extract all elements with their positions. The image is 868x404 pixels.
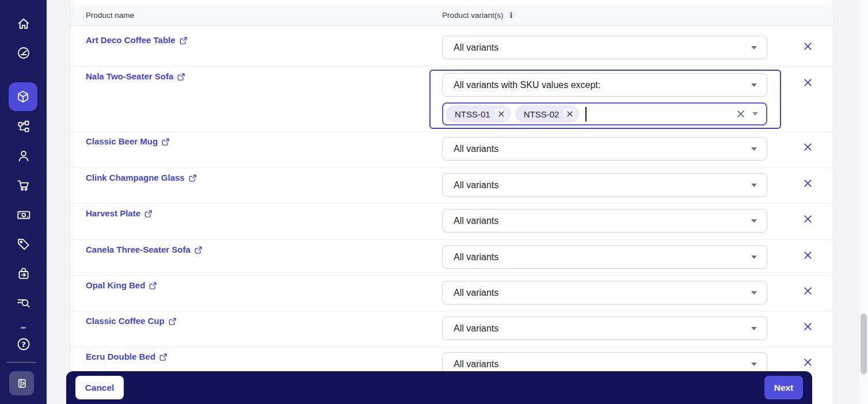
chevron-down-icon [752, 112, 758, 116]
variant-cell: All variants [442, 173, 767, 197]
vertical-scrollbar-track[interactable] [858, 0, 868, 404]
divider-dash [21, 327, 26, 329]
variant-select[interactable]: All variants [442, 173, 767, 197]
product-name: Clink Champagne Glass [86, 172, 185, 184]
hierarchy-icon [16, 119, 31, 134]
product-name: Ecru Double Bed [86, 351, 155, 363]
table-row: Art Deco Coffee Table All variants [71, 26, 833, 66]
info-icon[interactable]: i [510, 12, 513, 19]
product-variant-table-card: Product name Product variant(s) i Art De… [70, 0, 833, 404]
clear-x-icon [737, 110, 745, 118]
variant-select[interactable]: All variants [442, 209, 767, 233]
product-link[interactable]: Nala Two-Seater Sofa [86, 71, 185, 82]
products-cube-icon [16, 89, 31, 104]
sidebar-item-dashboard[interactable] [0, 45, 47, 60]
checkout-bag-arrow-icon [16, 266, 31, 281]
chevron-down-icon [751, 46, 757, 49]
remove-x-icon [804, 179, 812, 188]
variant-cell: All variants [442, 317, 767, 340]
discounts-tag-icon [16, 237, 31, 251]
cancel-button[interactable]: Cancel [75, 376, 124, 399]
external-link-icon [162, 138, 169, 146]
remove-row-button[interactable] [800, 39, 815, 54]
home-icon [16, 16, 31, 31]
remove-row-button[interactable] [800, 355, 815, 369]
sidebar-item-orders[interactable] [0, 178, 47, 193]
variant-select-value: All variants [454, 252, 498, 262]
remove-x-icon [804, 322, 812, 331]
remove-row-button[interactable] [800, 176, 815, 190]
external-link-icon [180, 37, 187, 44]
product-link[interactable]: Classic Beer Mug [86, 136, 169, 147]
product-name: Art Deco Coffee Table [86, 35, 176, 46]
dashboard-gauge-icon [16, 45, 31, 60]
variant-select-value: All variants [454, 359, 498, 369]
variant-select[interactable]: All variants [442, 137, 767, 161]
payments-banknote-icon [16, 207, 31, 222]
product-name: Classic Coffee Cup [86, 315, 165, 327]
sidebar-item-products[interactable] [9, 82, 37, 111]
help-question-icon: ? [16, 337, 31, 352]
remove-row-button[interactable] [800, 211, 815, 226]
next-button[interactable]: Next [764, 376, 803, 399]
variant-select[interactable]: All variants [442, 281, 767, 304]
clear-all-button[interactable] [737, 110, 745, 118]
sidebar-item-search-log[interactable] [0, 295, 47, 310]
sidebar-item-home[interactable] [0, 16, 47, 31]
sidebar-item-customers[interactable] [0, 148, 47, 163]
product-link[interactable]: Opal King Bed [86, 280, 157, 291]
chip-remove-button[interactable] [495, 108, 508, 120]
chip-remove-button[interactable] [564, 108, 576, 120]
remove-row-button[interactable] [800, 75, 815, 90]
sku-chip-label: NTSS-02 [524, 109, 559, 119]
table-row: Classic Coffee Cup All variants [71, 311, 833, 347]
variant-select[interactable]: All variants [442, 317, 767, 340]
external-link-icon [169, 318, 176, 325]
product-name: Harvest Plate [86, 208, 140, 219]
variant-select-value: All variants [454, 323, 498, 334]
sidebar-item-checkout[interactable] [0, 266, 47, 281]
variant-cell: All variants [442, 209, 767, 233]
sku-multiselect-input[interactable]: NTSS-01NTSS-02 [442, 102, 767, 125]
variant-select-value: All variants [454, 180, 498, 190]
table-row: Harvest Plate All variants [71, 204, 833, 240]
product-link[interactable]: Classic Coffee Cup [86, 315, 176, 327]
remove-x-icon [804, 42, 812, 51]
external-link-icon [149, 282, 157, 289]
variant-select-value: All variants with SKU values except: [454, 80, 600, 90]
vertical-scrollbar-thumb[interactable] [861, 314, 867, 374]
variant-select[interactable]: All variants [442, 245, 767, 269]
chip-x-icon [498, 111, 504, 117]
external-link-icon [159, 353, 167, 361]
sidebar-item-help[interactable]: ? [0, 337, 47, 352]
column-header-product-variants: Product variant(s) i [442, 11, 513, 20]
chip-x-icon [567, 111, 573, 117]
external-link-icon [189, 174, 196, 182]
product-link[interactable]: Ecru Double Bed [86, 351, 167, 363]
external-link-icon [195, 246, 202, 254]
sidebar-divider [7, 362, 36, 363]
product-name: Nala Two-Seater Sofa [86, 71, 173, 82]
product-name: Classic Beer Mug [86, 136, 158, 147]
svg-text:?: ? [21, 340, 26, 349]
collapse-panel-button[interactable] [9, 371, 34, 395]
sidebar-item-hierarchy[interactable] [0, 119, 47, 134]
product-link[interactable]: Art Deco Coffee Table [86, 35, 187, 46]
remove-x-icon [804, 287, 812, 295]
variant-select[interactable]: All variants [442, 36, 767, 59]
variant-cell: All variants [442, 137, 767, 161]
sidebar-item-payments[interactable] [0, 207, 47, 222]
remove-row-button[interactable] [800, 139, 815, 154]
remove-row-button[interactable] [800, 247, 815, 262]
remove-row-button[interactable] [800, 319, 815, 334]
remove-row-button[interactable] [800, 283, 815, 298]
sidebar-item-discounts[interactable] [0, 237, 47, 251]
product-link[interactable]: Canela Three-Seater Sofa [86, 244, 202, 256]
product-link[interactable]: Clink Champagne Glass [86, 172, 196, 184]
variant-cell: All variants [442, 281, 767, 304]
variant-select[interactable]: All variants with SKU values except: [442, 73, 767, 97]
table-header: Product name Product variant(s) i [71, 5, 833, 26]
product-name: Opal King Bed [86, 280, 145, 291]
product-link[interactable]: Harvest Plate [86, 208, 152, 219]
table-row: Canela Three-Seater Sofa All variants [71, 240, 833, 276]
